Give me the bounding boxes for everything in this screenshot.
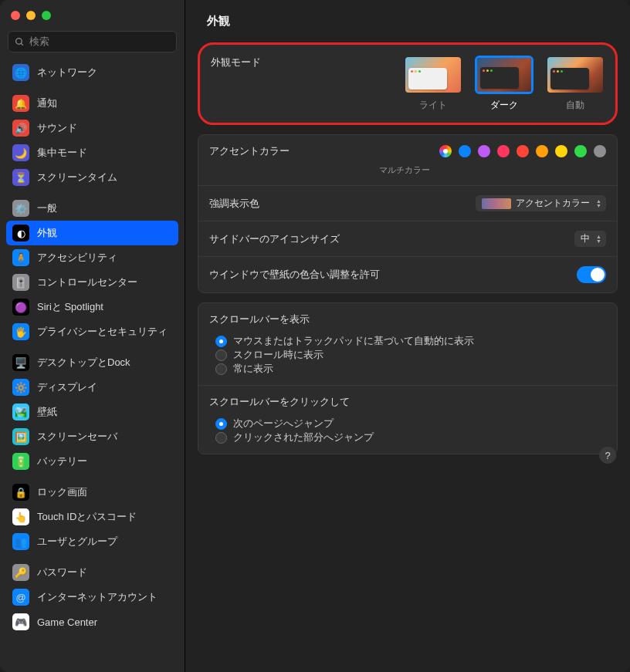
sidebar-item-label: プライバシーとセキュリティ	[37, 325, 168, 339]
sidebar-item-notifications[interactable]: 🔔通知	[6, 91, 178, 116]
accessibility-icon: 🧍	[12, 249, 29, 266]
sidebar-item-passwords[interactable]: 🔑パスワード	[6, 560, 178, 585]
sidebar-item-desktop[interactable]: 🖥️デスクトップとDock	[6, 350, 178, 375]
scrollbar-click-option-0[interactable]: 次のページへジャンプ	[209, 417, 606, 431]
highlight-color-label: 強調表示色	[209, 197, 259, 211]
appearance-option-label: ダーク	[490, 99, 518, 112]
radio-label: スクロール時に表示	[233, 348, 323, 362]
sidebar-icon-size-select[interactable]: 中 ▲▼	[574, 231, 606, 247]
highlight-swatch	[482, 198, 511, 209]
accent-color-orange[interactable]	[536, 145, 548, 157]
scrollbar-show-option-2[interactable]: 常に表示	[209, 362, 606, 376]
accent-color-purple[interactable]	[478, 145, 490, 157]
highlight-color-select[interactable]: アクセントカラー ▲▼	[476, 195, 606, 211]
passwords-icon: 🔑	[12, 564, 29, 581]
svg-point-0	[16, 38, 22, 44]
accent-color-picker	[439, 145, 606, 157]
sidebar-item-screentime[interactable]: ⏳スクリーンタイム	[6, 165, 178, 190]
siri-icon: 🟣	[12, 299, 29, 316]
accent-color-graphite[interactable]	[594, 145, 606, 157]
sidebar-item-wallpaper[interactable]: 🏞️壁紙	[6, 400, 178, 424]
sidebar-item-label: インターネットアカウント	[37, 590, 158, 604]
appearance-thumb-light	[404, 56, 462, 94]
sidebar-item-label: バッテリー	[37, 454, 87, 468]
appearance-mode-label: 外観モード	[211, 56, 261, 69]
sidebar-icon-size-label: サイドバーのアイコンサイズ	[209, 232, 340, 246]
sidebar-item-sound[interactable]: 🔊サウンド	[6, 116, 178, 140]
sidebar-item-label: ディスプレイ	[37, 380, 97, 394]
minimize-window-button[interactable]	[26, 11, 36, 20]
sidebar-item-general[interactable]: ⚙️一般	[6, 196, 178, 221]
radio-icon	[215, 363, 227, 375]
radio-label: 常に表示	[233, 362, 273, 376]
appearance-option-dark[interactable]: ダーク	[475, 56, 533, 112]
sidebar-item-label: ロック画面	[37, 485, 87, 499]
sidebar-item-users[interactable]: 👥ユーザとグループ	[6, 529, 178, 554]
appearance-icon: ◐	[12, 225, 29, 241]
radio-label: クリックされた部分へジャンプ	[233, 431, 374, 444]
accent-color-red[interactable]	[517, 145, 529, 157]
internetaccounts-icon: @	[12, 589, 29, 606]
desktop-icon: 🖥️	[12, 354, 29, 371]
sidebar-item-gamecenter[interactable]: 🎮Game Center	[6, 610, 178, 634]
controlcenter-icon: 🎚️	[12, 274, 29, 291]
help-button[interactable]: ?	[599, 447, 616, 464]
accent-color-label: アクセントカラー	[209, 144, 290, 158]
sidebar-item-appearance[interactable]: ◐外観	[6, 221, 178, 245]
screensaver-icon: 🖼️	[12, 428, 29, 445]
accent-color-yellow[interactable]	[555, 145, 567, 157]
sidebar-item-siri[interactable]: 🟣Siriと Spotlight	[6, 295, 178, 319]
sidebar-item-network[interactable]: 🌐ネットワーク	[6, 60, 178, 85]
sidebar-item-touchid[interactable]: 👆Touch IDとパスコード	[6, 505, 178, 529]
scrollbar-show-option-0[interactable]: マウスまたはトラックパッドに基づいて自動的に表示	[209, 334, 606, 348]
search-input[interactable]: 検索	[8, 31, 177, 52]
sidebar-item-display[interactable]: 🔆ディスプレイ	[6, 375, 178, 400]
sidebar-item-internetaccounts[interactable]: @インターネットアカウント	[6, 585, 178, 610]
accent-caption: マルチカラー	[209, 164, 606, 176]
sidebar-item-label: ユーザとグループ	[37, 535, 117, 549]
wallpaper-tint-toggle[interactable]	[577, 266, 606, 283]
sidebar-item-label: アクセシビリティ	[37, 251, 117, 265]
sidebar-item-label: スクリーンタイム	[37, 171, 117, 184]
sidebar-item-controlcenter[interactable]: 🎚️コントロールセンター	[6, 270, 178, 295]
accent-color-blue[interactable]	[459, 145, 471, 157]
touchid-icon: 👆	[12, 508, 29, 525]
close-window-button[interactable]	[11, 11, 20, 20]
radio-icon	[215, 336, 227, 347]
sidebar-item-battery[interactable]: 🔋バッテリー	[6, 449, 178, 474]
scrollbar-show-option-1[interactable]: スクロール時に表示	[209, 348, 606, 362]
sidebar-item-label: サウンド	[37, 121, 77, 135]
sidebar-item-label: 壁紙	[37, 405, 57, 419]
network-icon: 🌐	[12, 64, 29, 81]
appearance-option-auto[interactable]: 自動	[546, 56, 605, 112]
wallpaper-icon: 🏞️	[12, 404, 29, 420]
color-settings-panel: アクセントカラー マルチカラー 強調表示色 アクセントカラー ▲▼ サイドバーの…	[198, 134, 618, 293]
appearance-option-label: ライト	[419, 99, 447, 112]
appearance-option-label: 自動	[566, 99, 584, 112]
radio-icon	[215, 432, 227, 444]
scrollbar-show-group: スクロールバーを表示 マウスまたはトラックパッドに基づいて自動的に表示スクロール…	[209, 312, 606, 376]
appearance-thumb-dark	[475, 56, 533, 94]
appearance-option-light[interactable]: ライト	[404, 56, 462, 112]
scrollbar-click-option-1[interactable]: クリックされた部分へジャンプ	[209, 431, 606, 444]
sidebar-item-label: ネットワーク	[37, 66, 97, 79]
privacy-icon: 🖐️	[12, 323, 29, 340]
accent-color-multi[interactable]	[439, 145, 452, 157]
sidebar-item-focus[interactable]: 🌙集中モード	[6, 140, 178, 165]
accent-color-green[interactable]	[574, 145, 587, 157]
sound-icon: 🔊	[12, 120, 29, 137]
sidebar-item-lockscreen[interactable]: 🔒ロック画面	[6, 480, 178, 505]
accent-color-pink[interactable]	[497, 145, 510, 157]
sidebar-item-privacy[interactable]: 🖐️プライバシーとセキュリティ	[6, 319, 178, 344]
sidebar-nav: 🌐ネットワーク🔔通知🔊サウンド🌙集中モード⏳スクリーンタイム⚙️一般◐外観🧍アク…	[0, 60, 185, 672]
sidebar-item-label: Game Center	[37, 616, 97, 628]
chevron-updown-icon: ▲▼	[594, 199, 603, 208]
sidebar-item-label: 外観	[37, 226, 57, 240]
sidebar-item-screensaver[interactable]: 🖼️スクリーンセーバ	[6, 424, 178, 449]
users-icon: 👥	[12, 533, 29, 550]
main-content: 外観 外観モード ライトダーク自動 アクセントカラー マルチカラー 強調表示色	[185, 0, 630, 672]
maximize-window-button[interactable]	[42, 11, 51, 20]
sidebar-item-accessibility[interactable]: 🧍アクセシビリティ	[6, 245, 178, 270]
radio-label: 次のページへジャンプ	[233, 417, 334, 431]
scrollbar-panel: スクロールバーを表示 マウスまたはトラックパッドに基づいて自動的に表示スクロール…	[198, 302, 618, 454]
